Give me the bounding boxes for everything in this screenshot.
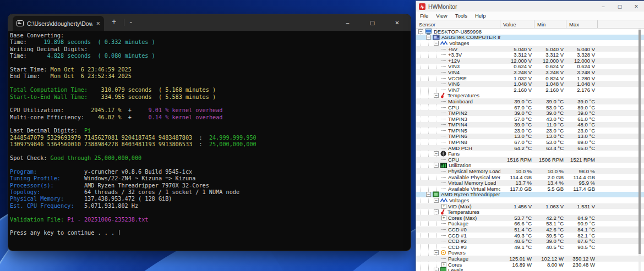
device-row[interactable]: −DESKTOP-U859998	[416, 29, 644, 35]
sensor-row[interactable]: +3.3V3.312 V3.312 V3.328 V	[416, 52, 644, 58]
sensor-row[interactable]: CPU67.0 °C53.0 °C89.0 °C	[416, 104, 644, 110]
sensor-label-cell: VIN6	[416, 81, 500, 87]
sensor-row[interactable]: Available Physical Mem...114.4 GB2.0 GB1…	[416, 174, 644, 180]
expand-icon[interactable]: +	[441, 215, 446, 220]
sensor-row[interactable]: VCORE1.032 V0.824 V1.280 V	[416, 75, 644, 81]
sensor-row[interactable]: CCD #349.1 °C40.5 °C90.5 °C	[416, 244, 644, 250]
terminal-line: Spot Check: Good through 25,000,000,000	[10, 155, 411, 162]
sensor-label-cell: VIN4	[416, 69, 500, 75]
menu-view[interactable]: View	[432, 13, 451, 19]
hwmonitor-minimize-button[interactable]: –	[595, 1, 612, 12]
terminal-line: Time: 19.898 seconds ( 0.332 minutes )	[10, 39, 411, 46]
terminal-maximize-button[interactable]: ▢	[360, 14, 385, 31]
hwmonitor-maximize-button[interactable]: ▢	[612, 1, 628, 12]
sensor-row[interactable]: +Cores (Max)53.7 °C42.2 °C84.9 °C	[416, 215, 644, 221]
scrollbar-thumb[interactable]	[638, 30, 641, 254]
sensor-row[interactable]: CPU1516 RPM1506 RPM1521 RPM	[416, 157, 644, 163]
category-row[interactable]: −Utilization	[416, 163, 644, 169]
sensor-row[interactable]: Package66.6 °C53.1 °C90.9 °C	[416, 221, 644, 227]
column-header-sensor[interactable]: Sensor	[416, 20, 500, 28]
category-row[interactable]: −Fans	[416, 151, 644, 157]
tree-branch-tick	[441, 72, 446, 73]
menu-file[interactable]: File	[416, 13, 432, 19]
terminal-line: Physical Memory: 137,438,953,472 ( 128 G…	[10, 196, 411, 202]
sensor-row[interactable]: TMPIN613.0 °C13.0 °C13.0 °C	[416, 134, 644, 140]
max-cell: 65.0 °C	[566, 145, 598, 151]
sensor-row[interactable]: VIN30.624 V0.624 V0.624 V	[416, 64, 644, 70]
menu-tools[interactable]: Tools	[451, 13, 471, 19]
collapse-icon[interactable]: −	[426, 192, 431, 197]
device-row[interactable]: −ASUSTeK COMPUTER INC. Pro ...	[416, 35, 644, 41]
terminal-close-button[interactable]: ✕	[385, 14, 410, 31]
menu-help[interactable]: Help	[471, 13, 490, 19]
terminal-minimize-button[interactable]: –	[335, 14, 360, 31]
collapse-icon[interactable]: −	[434, 268, 439, 271]
collapse-icon[interactable]: −	[426, 35, 431, 40]
collapse-icon[interactable]: −	[434, 41, 439, 46]
expand-icon[interactable]: +	[441, 204, 446, 209]
sensor-row[interactable]: +5V5.040 V5.040 V5.040 V	[416, 46, 644, 52]
sensor-row[interactable]: Physical Memory Load10.0 %10.0 %98.0 %	[416, 168, 644, 174]
value-cell: 13.0 °C	[500, 133, 534, 139]
sensor-row[interactable]: +VID (Max)1.456 V1.063 V1.531 V	[416, 203, 644, 209]
sensor-row[interactable]: +12V12.000 V12.000 V12.000 V	[416, 58, 644, 64]
sensor-row[interactable]: CCD #149.3 °C39.5 °C82.1 °C	[416, 233, 644, 239]
sensor-row[interactable]: TMPIN357.0 °C43.0 °C61.0 °C	[416, 116, 644, 122]
min-cell: 2.160 V	[534, 87, 566, 93]
hwmonitor-titlebar[interactable]: HWMonitor – ▢ ✕	[416, 1, 644, 12]
sensor-name: VIN4	[448, 69, 460, 75]
sensor-row[interactable]: Virtual Memory Load13.7 %13.4 %95.9 %	[416, 180, 644, 186]
category-row[interactable]: −Temperatures	[416, 93, 644, 99]
vertical-scrollbar[interactable]	[638, 29, 641, 271]
collapse-icon[interactable]: −	[418, 29, 423, 34]
category-row[interactable]: −Powers	[416, 250, 644, 256]
terminal-line: Processor(s): AMD Ryzen Threadripper 797…	[10, 182, 411, 189]
sensor-row[interactable]: +Cores16.89 W8.00 W230.48 W	[416, 262, 644, 268]
tab-dropdown-icon[interactable]: ⌄	[129, 19, 133, 24]
category-row[interactable]: −Temperatures	[416, 209, 644, 215]
sensor-row[interactable]: CCD #051.4 °C42.6 °C84.1 °C	[416, 226, 644, 233]
sensor-label-cell: −Powers	[416, 250, 500, 256]
sensor-row[interactable]: VIN72.160 V2.160 V2.176 V	[416, 87, 644, 93]
category-row[interactable]: −Voltages	[416, 40, 644, 46]
collapse-icon[interactable]: −	[434, 151, 439, 156]
sensor-row[interactable]: VIN61.048 V1.048 V1.048 V	[416, 81, 644, 87]
sensor-row[interactable]: TMPIN439.0 °C11.0 °C48.0 °C	[416, 122, 644, 128]
max-cell: 89.0 °C	[566, 139, 598, 145]
sensor-name: Levels	[448, 267, 463, 271]
tab-close-icon[interactable]: ✕	[96, 21, 100, 26]
terminal-output[interactable]: Base Converting:Time: 19.898 seconds ( 0…	[8, 31, 411, 237]
sensor-row[interactable]: AMD PCH64.2 °C63.4 °C65.0 °C	[416, 145, 644, 151]
expand-icon[interactable]: +	[441, 262, 446, 267]
sensor-row[interactable]: TMPIN523.0 °C23.0 °C23.0 °C	[416, 128, 644, 134]
sensor-row[interactable]: TMPIN867.0 °C53.0 °C89.0 °C	[416, 139, 644, 145]
column-header-min[interactable]: Min	[534, 20, 566, 28]
category-row[interactable]: −Voltages	[416, 197, 644, 203]
sensor-row[interactable]: Package125.01 W102.12 W350.12 W	[416, 256, 644, 262]
column-header-value[interactable]: Value	[500, 20, 534, 28]
sensor-row[interactable]: TMPIN239.0 °C39.0 °C39.0 °C	[416, 110, 644, 116]
column-header-max[interactable]: Max	[566, 20, 598, 28]
collapse-icon[interactable]: −	[434, 93, 439, 98]
terminal-tab[interactable]: C:\Users\ddougherty\Downlo ✕	[13, 16, 104, 31]
new-tab-button[interactable]: +	[112, 18, 116, 25]
min-cell: 39.5 °C	[534, 233, 566, 239]
collapse-icon[interactable]: −	[434, 250, 439, 255]
hwmonitor-close-button[interactable]: ✕	[628, 1, 644, 12]
sensor-row[interactable]: CCD #248.6 °C39.0 °C87.6 °C	[416, 238, 644, 244]
collapse-icon[interactable]: −	[434, 198, 439, 203]
sensor-row[interactable]: VIN43.248 V3.248 V3.248 V	[416, 69, 644, 75]
collapse-icon[interactable]: −	[434, 209, 439, 214]
terminal-line: Tuning Profile: Windows/22-ZN4 ~ Kizuna …	[10, 175, 411, 182]
sensor-row[interactable]: Mainboard39.0 °C39.0 °C39.0 °C	[416, 98, 644, 104]
max-cell: 114.4 GB	[566, 174, 598, 180]
collapse-icon[interactable]: −	[434, 163, 439, 168]
min-cell: 42.6 °C	[534, 226, 566, 233]
terminal-titlebar[interactable]: C:\Users\ddougherty\Downlo ✕ + ⌄ – ▢ ✕	[8, 14, 411, 31]
sensor-row[interactable]: Available Virtual Memory117.0 GB5.5 GB11…	[416, 186, 644, 192]
min-cell: 53.0 °C	[534, 139, 566, 145]
sensor-name: Available Virtual Memory	[448, 186, 500, 192]
device-row[interactable]: −AMD Ryzen Threadripper 7970X	[416, 192, 644, 198]
tree-branch-tick	[441, 84, 446, 84]
category-row[interactable]: −Levels	[416, 267, 644, 271]
